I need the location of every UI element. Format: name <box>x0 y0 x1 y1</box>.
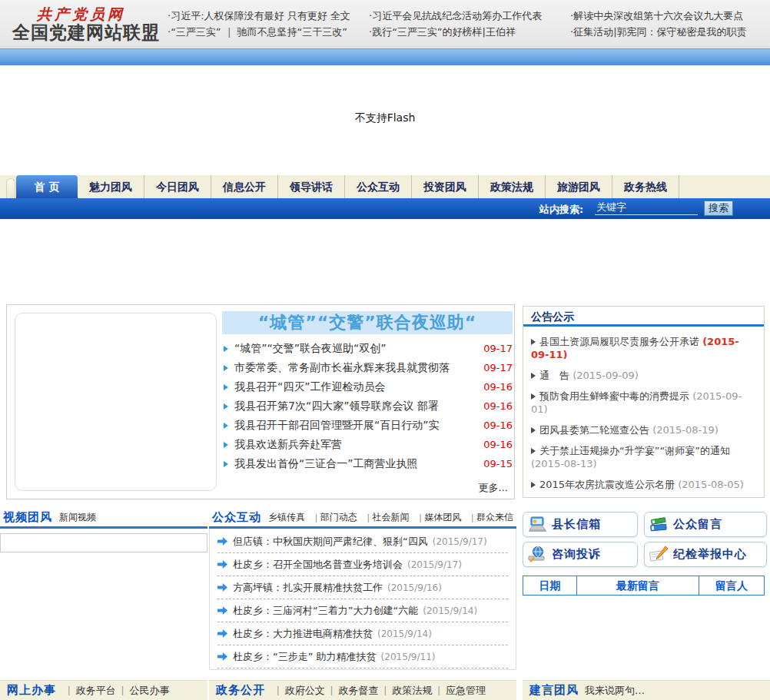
announcement-item[interactable]: 通 告 (2015-09-09) <box>531 369 756 382</box>
interaction-item-title[interactable]: 方高坪镇：扎实开展精准扶贫工作 <box>233 581 383 595</box>
announcement-title[interactable]: 团风县委第二轮巡查公告 <box>539 424 649 436</box>
news-item[interactable]: “城管”“交警”联合夜巡助“双创” 09-17 <box>222 339 513 358</box>
interaction-item[interactable]: 杜皮乡：三庙河村“三着力”大力创建“六能 (2015/9/14) <box>217 599 508 622</box>
interaction-item[interactable]: 杜皮乡：召开全国地名普查业务培训会 (2015/9/17) <box>217 553 508 576</box>
consult-complaint-button[interactable]: 咨询投诉 <box>523 542 638 567</box>
news-image-slideshow[interactable] <box>15 313 217 491</box>
interaction-tab-dept-news[interactable]: 部门动态 <box>320 511 357 524</box>
news-item-title[interactable]: 市委常委、常务副市长崔永辉来我县就贯彻落 <box>234 361 477 375</box>
header-news-link[interactable]: ·践行“三严三实”的好榜样|王伯祥 <box>369 24 566 40</box>
news-item[interactable]: 我县发出首份“三证合一”工商营业执照 09-15 <box>222 454 513 473</box>
announcement-item[interactable]: 2015年农房抗震改造公示名册 (2015-08-05) <box>531 478 756 491</box>
featured-headline[interactable]: “城管”“交警”联合夜巡助“ <box>222 311 513 334</box>
news-item-title[interactable]: 我县召开干部召回管理暨开展“百日行动”实 <box>234 419 477 433</box>
announcement-item[interactable]: 预防食用生鲜蜂蜜中毒的消费提示 (2015-09-01) <box>531 390 756 416</box>
mayor-mailbox-button[interactable]: 县长信箱 <box>523 512 638 537</box>
column-header-author[interactable]: 留言人 <box>699 576 764 595</box>
interaction-item[interactable]: 方高坪镇：扎实开展精准扶贫工作 (2015/9/16) <box>217 576 508 599</box>
nav-tab-info-disclosure[interactable]: 信息公开 <box>211 175 278 198</box>
interaction-item-title[interactable]: 杜皮乡：召开全国地名普查业务培训会 <box>233 558 403 572</box>
news-item[interactable]: 市委常委、常务副市长崔永辉来我县就贯彻落 09-17 <box>222 358 513 377</box>
search-button[interactable]: 搜索 <box>704 201 733 216</box>
header-news-link[interactable]: ·征集活动|郭宪同：保守秘密是我的职责 <box>570 24 767 40</box>
news-item[interactable]: 我县召开“四灭”工作迎检动员会 09-16 <box>222 377 513 396</box>
header-news-link[interactable]: ·解读中央深改组第十六次会议九大要点 <box>570 8 767 24</box>
globe-icon <box>527 546 547 564</box>
interaction-item-date: (2015/9/14) <box>423 605 477 616</box>
news-item-title[interactable]: 我县召开第7次“四大家”领导联席会议 部署 <box>234 400 477 413</box>
blue-divider-bar <box>0 48 770 65</box>
announcements-title[interactable]: 公告公示 <box>523 307 764 327</box>
announcement-title[interactable]: 关于禁止违规操办“升学宴”“谢师宴”的通知 <box>539 445 730 456</box>
interaction-item[interactable]: 但店镇：中秋国庆期间严肃纪律、狠刹“四风 (2015/9/17) <box>217 530 508 553</box>
news-item[interactable]: 我县召开干部召回管理暨开展“百日行动”实 09-16 <box>222 416 513 435</box>
policy-regulations-link[interactable]: 政策法规 <box>392 684 432 698</box>
nav-tab-charm[interactable]: 魅力团风 <box>78 175 144 198</box>
nav-tab-tourism[interactable]: 旅游团风 <box>546 175 612 198</box>
announcement-title[interactable]: 通 告 <box>539 370 569 381</box>
interaction-tab-social-news[interactable]: 社会新闻 <box>373 511 410 524</box>
nav-tab-investment[interactable]: 投资团风 <box>412 175 479 198</box>
news-item-title[interactable]: 我县发出首份“三证合一”工商营业执照 <box>234 457 477 471</box>
emergency-management-link[interactable]: 应急管理 <box>446 684 486 698</box>
video-section: 视频团风 新闻视频 <box>0 509 207 552</box>
announcement-item[interactable]: 团风县委第二轮巡查公告 (2015-08-19) <box>531 423 756 436</box>
announcement-date: (2015-08-05) <box>678 479 744 490</box>
header-news-column: ·习近平会见抗战纪念活动筹办工作代表 ·践行“三严三实”的好榜样|王伯祥 <box>369 8 566 47</box>
news-item-title[interactable]: “城管”“交警”联合夜巡助“双创” <box>234 342 477 356</box>
interaction-item[interactable]: 杜皮乡：“三步走” 助力精准扶贫 (2015/9/11) <box>217 645 508 668</box>
nav-tab-policies[interactable]: 政策法规 <box>479 175 546 198</box>
gov-documents-link[interactable]: 政府公文 <box>285 684 325 698</box>
video-player-placeholder[interactable] <box>0 533 207 552</box>
announcement-item[interactable]: 关于禁止违规操办“升学宴”“谢师宴”的通知 (2015-08-13) <box>531 444 756 470</box>
interaction-item-title[interactable]: 杜皮乡：“三步走” 助力精准扶贫 <box>233 650 377 664</box>
more-news-link[interactable]: 更多... <box>479 481 508 495</box>
interaction-item-title[interactable]: 杜皮乡：大力推进电商精准扶贫 <box>233 627 373 641</box>
arrow-right-icon <box>217 583 227 592</box>
public-message-button[interactable]: 公众留言 <box>644 512 767 537</box>
header-news-link[interactable]: ·“三严三实” ｜ 驰而不息坚持“三干三改” <box>168 24 364 40</box>
interaction-section-header: 公众互动 乡镇传真 ｜ 部门动态 ｜ 社会新闻 ｜ 媒体团风 ｜ 群众来信 <box>209 509 516 529</box>
header-news-link[interactable]: ·习近平会见抗战纪念活动筹办工作代表 <box>369 8 566 24</box>
nav-tab-leader-speeches[interactable]: 领导讲话 <box>278 175 345 198</box>
column-header-latest-message[interactable]: 最新留言 <box>577 576 699 595</box>
gov-platform-link[interactable]: 政务平台 <box>76 684 116 698</box>
site-logo[interactable]: 共产党员网 全国党建网站联盟 <box>0 0 168 48</box>
citizen-services-link[interactable]: 公民办事 <box>130 684 170 698</box>
header-news-link[interactable]: ·习近平:人权保障没有最好 只有更好 全文 <box>168 8 364 24</box>
link-separator: ｜ <box>327 684 337 697</box>
announcement-title[interactable]: 预防食用生鲜蜂蜜中毒的消费提示 <box>539 390 689 402</box>
arrow-right-icon <box>217 606 227 615</box>
suggestions-title[interactable]: 建言团风 <box>529 683 579 698</box>
interaction-section-title[interactable]: 公众互动 <box>212 510 261 525</box>
news-item-title[interactable]: 我县召开“四灭”工作迎检动员会 <box>234 380 477 394</box>
gov-supervision-link[interactable]: 政务督查 <box>339 684 379 698</box>
nav-tab-hotline[interactable]: 政务热线 <box>612 175 679 198</box>
discipline-report-button[interactable]: 纪检举报中心 <box>644 542 767 567</box>
nav-tab-public-interaction[interactable]: 公众互动 <box>345 175 412 198</box>
announcement-item[interactable]: 县国土资源局履职尽责服务公开承诺 (2015-09-11) <box>531 335 756 361</box>
announcement-title[interactable]: 县国土资源局履职尽责服务公开承诺 <box>539 336 699 347</box>
interaction-item[interactable]: 杜皮乡：大力推进电商精准扶贫 (2015/9/14) <box>217 622 508 645</box>
gov-disclosure-title[interactable]: 政务公开 <box>216 683 265 698</box>
column-header-date[interactable]: 日期 <box>523 576 577 595</box>
video-section-subtitle[interactable]: 新闻视频 <box>59 511 96 524</box>
interaction-item-title[interactable]: 但店镇：中秋国庆期间严肃纪律、狠刹“四风 <box>233 535 428 549</box>
interaction-tab-media[interactable]: 媒体团风 <box>424 511 461 524</box>
interaction-tab-letters[interactable]: 群众来信 <box>476 511 513 524</box>
announcement-date: (2015-09-09) <box>573 370 639 381</box>
nav-tab-home[interactable]: 首 页 <box>16 175 78 198</box>
triangle-bullet-icon <box>224 346 228 352</box>
interaction-tab-town-fax[interactable]: 乡镇传真 <box>268 511 305 524</box>
news-item-title[interactable]: 我县欢送新兵奔赴军营 <box>234 438 477 452</box>
search-input[interactable] <box>595 201 698 215</box>
news-item[interactable]: 我县召开第7次“四大家”领导联席会议 部署 09-16 <box>222 396 513 416</box>
triangle-bullet-icon <box>224 423 228 429</box>
nav-tab-today[interactable]: 今日团风 <box>144 175 211 198</box>
news-item[interactable]: 我县欢送新兵奔赴军营 09-16 <box>222 435 513 454</box>
announcement-title[interactable]: 2015年农房抗震改造公示名册 <box>539 479 675 490</box>
video-section-title[interactable]: 视频团风 <box>3 510 52 525</box>
suggestions-prompt[interactable]: 我来说两句… <box>585 684 645 698</box>
interaction-item-title[interactable]: 杜皮乡：三庙河村“三着力”大力创建“六能 <box>233 604 418 618</box>
online-services-title[interactable]: 网上办事 <box>7 683 56 698</box>
